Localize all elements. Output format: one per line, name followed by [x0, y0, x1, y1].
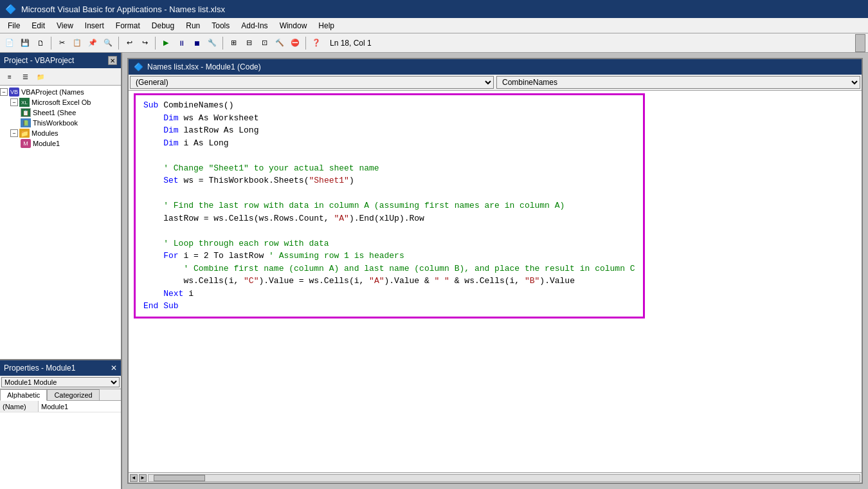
tree-icon-module1: M [21, 139, 31, 148]
toolbar-vba3[interactable]: ⊡ [257, 36, 271, 50]
scroll-right-arrow[interactable]: ► [139, 474, 147, 482]
tree-label-vbaproject: VBAProject (Names [21, 88, 84, 96]
tree-icon-wb: 📗 [21, 118, 31, 127]
tree-item-module1[interactable]: M Module1 [0, 138, 121, 149]
toolbar-copy[interactable]: 📋 [70, 36, 84, 50]
scroll-thumb[interactable] [154, 475, 205, 481]
code-line-comment1: ' Change "Sheet1" to your actual sheet n… [143, 162, 635, 175]
menu-format[interactable]: Format [111, 20, 145, 32]
menu-addins[interactable]: Add-Ins [236, 20, 273, 32]
toolbar-sep2 [118, 37, 119, 50]
title-icon: 🔷 [5, 4, 16, 14]
code-procedure-dropdown[interactable]: CombineNames [496, 76, 860, 89]
menu-edit[interactable]: Edit [26, 20, 50, 32]
code-line-blank2 [143, 187, 635, 200]
project-title: Project - VBAProject [4, 56, 74, 65]
project-header: Project - VBAProject ✕ [0, 53, 121, 68]
tree-icon-sheet1: 📋 [21, 108, 31, 117]
toolbar-redo[interactable]: ↪ [138, 36, 152, 50]
left-panel: Project - VBAProject ✕ ≡ ☰ 📁 − VB VBAPro… [0, 53, 122, 489]
app-title: Microsoft Visual Basic for Applications … [21, 5, 225, 14]
scroll-track[interactable] [148, 474, 860, 482]
toolbar-help[interactable]: ❓ [309, 36, 323, 50]
code-window: 🔷 Names list.xlsx - Module1 (Code) (Gene… [127, 58, 863, 484]
menu-run[interactable]: Run [181, 20, 205, 32]
code-line-2: Dim ws As Worksheet [143, 112, 635, 125]
toolbar-find[interactable]: 🔍 [101, 36, 115, 50]
toolbar-save[interactable]: 💾 [18, 36, 32, 50]
scroll-left-arrow[interactable]: ◄ [130, 474, 138, 482]
tab-alphabetic[interactable]: Alphabetic [0, 389, 47, 401]
tree-expand-excel[interactable]: − [10, 98, 18, 106]
code-line-4: Dim i As Long [143, 137, 635, 150]
tree-item-sheet1[interactable]: 📋 Sheet1 (Shee [0, 107, 121, 118]
toolbar-status: Ln 18, Col 1 [330, 39, 407, 48]
tree-label-module1: Module1 [33, 140, 60, 147]
title-bar: 🔷 Microsoft Visual Basic for Application… [0, 0, 868, 18]
code-line-9: Next i [143, 288, 635, 300]
code-line-6: lastRow = ws.Cells(ws.Rows.Count, "A").E… [143, 212, 635, 225]
tree-icon-excel: XL [19, 98, 30, 107]
project-close-button[interactable]: ✕ [108, 56, 117, 65]
toolbar-paste[interactable]: 📌 [86, 36, 100, 50]
highlight-box: Sub CombineNames() Dim ws As Worksheet D… [134, 93, 645, 318]
toolbar-break[interactable]: ⏸ [174, 36, 188, 50]
tree-item-vbaproject[interactable]: − VB VBAProject (Names [0, 87, 121, 97]
toolbar-vba2[interactable]: ⊟ [242, 36, 256, 50]
code-line-8: ws.Cells(i, "C").Value = ws.Cells(i, "A"… [143, 275, 635, 288]
code-dropdowns: (General) CombineNames [129, 75, 862, 91]
code-title-bar: 🔷 Names list.xlsx - Module1 (Code) [129, 59, 862, 75]
tree-expand-vba[interactable]: − [0, 88, 8, 96]
properties-grid: (Name) Module1 [0, 401, 121, 489]
project-toolbar: ≡ ☰ 📁 [0, 68, 121, 86]
toolbar-undo[interactable]: ↩ [122, 36, 136, 50]
tab-categorized[interactable]: Categorized [47, 389, 99, 400]
project-tree: − VB VBAProject (Names − XL Microsoft Ex… [0, 86, 121, 359]
menu-view[interactable]: View [51, 20, 78, 32]
tree-item-excel-objects[interactable]: − XL Microsoft Excel Ob [0, 97, 121, 107]
toolbar-sep3 [155, 37, 156, 50]
prop-name-label: (Name) [0, 401, 39, 412]
code-line-3: Dim lastRow As Long [143, 124, 635, 137]
prop-name-value[interactable]: Module1 [39, 403, 121, 411]
project-panel: Project - VBAProject ✕ ≡ ☰ 📁 − VB VBAPro… [0, 53, 121, 360]
menu-help[interactable]: Help [313, 20, 339, 32]
tree-item-modules[interactable]: − 📁 Modules [0, 128, 121, 138]
code-title-text: Names list.xlsx - Module1 (Code) [147, 62, 261, 71]
code-line-blank3 [143, 225, 635, 237]
prop-row-name: (Name) Module1 [0, 401, 121, 412]
project-btn2[interactable]: ☰ [18, 69, 32, 84]
properties-close-button[interactable]: ✕ [111, 364, 117, 373]
code-line-comment2: ' Find the last row with data in column … [143, 199, 635, 212]
properties-panel: Properties - Module1 ✕ Module1 Module Al… [0, 360, 121, 489]
properties-header: Properties - Module1 ✕ [0, 360, 121, 376]
properties-dropdown-select[interactable]: Module1 Module [1, 377, 120, 387]
toolbar-stop[interactable]: ⏹ [190, 36, 204, 50]
toolbar-save2[interactable]: 🗋 [33, 36, 48, 50]
project-btn1[interactable]: ≡ [3, 69, 17, 84]
toolbar-run[interactable]: ▶ [159, 36, 173, 50]
properties-dropdown-container: Module1 Module [0, 376, 121, 389]
menu-debug[interactable]: Debug [147, 20, 179, 32]
toolbar-vba5[interactable]: ⛔ [288, 36, 302, 50]
menu-insert[interactable]: Insert [80, 20, 109, 32]
properties-tabs: Alphabetic Categorized [0, 389, 121, 401]
toolbar-design[interactable]: 🔧 [205, 36, 219, 50]
menu-file[interactable]: File [3, 20, 25, 32]
toolbar-vba1[interactable]: ⊞ [226, 36, 240, 50]
tree-item-thisworkbook[interactable]: 📗 ThisWorkbook [0, 118, 121, 128]
menu-window[interactable]: Window [275, 20, 312, 32]
code-title-icon: 🔷 [134, 62, 143, 71]
toolbar-scrollbar[interactable] [855, 34, 865, 52]
toolbar-cut[interactable]: ✂ [55, 36, 69, 50]
code-scope-dropdown[interactable]: (General) [130, 76, 494, 89]
project-btn3[interactable]: 📁 [33, 69, 48, 84]
tree-expand-modules[interactable]: − [10, 129, 18, 137]
toolbar-new[interactable]: 📄 [3, 36, 17, 50]
menu-bar: File Edit View Insert Format Debug Run T… [0, 18, 868, 33]
code-editor[interactable]: Sub CombineNames() Dim ws As Worksheet D… [129, 91, 862, 472]
code-line-blank1 [143, 149, 635, 162]
menu-tools[interactable]: Tools [206, 20, 235, 32]
toolbar-vba4[interactable]: 🔨 [273, 36, 287, 50]
main-layout: Project - VBAProject ✕ ≡ ☰ 📁 − VB VBAPro… [0, 53, 868, 489]
